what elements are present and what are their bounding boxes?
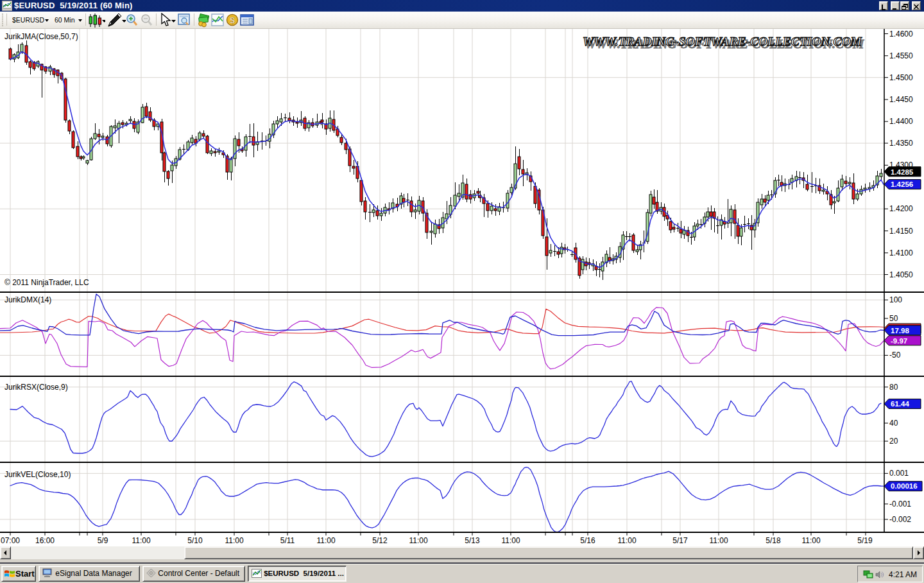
svg-text:11:00: 11:00 <box>132 536 150 545</box>
svg-text:11:00: 11:00 <box>409 536 427 545</box>
svg-text:1.4200: 1.4200 <box>889 204 913 213</box>
svg-text:JurikJMA(Close,50,7): JurikJMA(Close,50,7) <box>4 32 78 41</box>
svg-text:JurikDMX(14): JurikDMX(14) <box>4 295 51 304</box>
svg-text:11:00: 11:00 <box>501 536 520 545</box>
svg-text:40: 40 <box>889 419 898 428</box>
svg-text:1.4350: 1.4350 <box>889 139 913 148</box>
svg-text:1.4285: 1.4285 <box>891 168 914 176</box>
svg-text:1.4500: 1.4500 <box>889 73 913 82</box>
svg-text:1.4550: 1.4550 <box>889 51 913 60</box>
svg-text:80: 80 <box>889 383 898 392</box>
svg-text:0.001: 0.001 <box>889 469 909 478</box>
svg-text:1.4100: 1.4100 <box>889 248 913 257</box>
svg-text:-0.002: -0.002 <box>889 515 911 524</box>
svg-text:07:00: 07:00 <box>1 536 20 545</box>
svg-text:1.4150: 1.4150 <box>889 227 913 236</box>
svg-text:WWW.TRADING-SOFTWARE-COLLECTIO: WWW.TRADING-SOFTWARE-COLLECTION.COM <box>583 35 862 48</box>
svg-text:1.4450: 1.4450 <box>889 95 913 104</box>
svg-text:1.4600: 1.4600 <box>889 30 913 39</box>
svg-text:© 2011 NinjaTrader, LLC: © 2011 NinjaTrader, LLC <box>4 278 89 287</box>
svg-text:1.4400: 1.4400 <box>889 117 913 126</box>
svg-text:16:00: 16:00 <box>35 536 55 545</box>
svg-text:-50: -50 <box>889 351 901 360</box>
svg-text:JurikRSX(Close,9): JurikRSX(Close,9) <box>4 383 68 392</box>
svg-text:11:00: 11:00 <box>617 536 636 545</box>
svg-text:5/13: 5/13 <box>465 536 480 545</box>
svg-text:1.4256: 1.4256 <box>891 180 913 188</box>
svg-text:11:00: 11:00 <box>225 536 243 545</box>
svg-text:-0.001: -0.001 <box>889 500 911 509</box>
svg-text:JurikVEL(Close,10): JurikVEL(Close,10) <box>4 470 71 479</box>
svg-text:5/11: 5/11 <box>280 536 295 545</box>
svg-text:61.44: 61.44 <box>891 400 909 408</box>
svg-text:1.4050: 1.4050 <box>889 270 913 279</box>
svg-text:$: $ <box>230 15 235 25</box>
svg-text:5/17: 5/17 <box>672 536 688 545</box>
svg-text:50: 50 <box>889 314 898 323</box>
svg-text:5/19: 5/19 <box>857 536 873 545</box>
svg-text:5/9: 5/9 <box>98 536 108 545</box>
svg-text:5/12: 5/12 <box>372 536 388 545</box>
svg-text:-9.97: -9.97 <box>891 337 907 345</box>
svg-text:11:00: 11:00 <box>316 536 335 545</box>
svg-text:0.00016: 0.00016 <box>891 482 918 490</box>
svg-text:5/16: 5/16 <box>580 536 595 545</box>
svg-text:17.98: 17.98 <box>891 327 909 335</box>
svg-text:5/18: 5/18 <box>766 536 781 545</box>
svg-text:5/10: 5/10 <box>187 536 203 545</box>
svg-text:100: 100 <box>889 295 902 304</box>
svg-text:20: 20 <box>889 437 898 446</box>
svg-text:11:00: 11:00 <box>801 536 820 545</box>
svg-text:11:00: 11:00 <box>709 536 728 545</box>
